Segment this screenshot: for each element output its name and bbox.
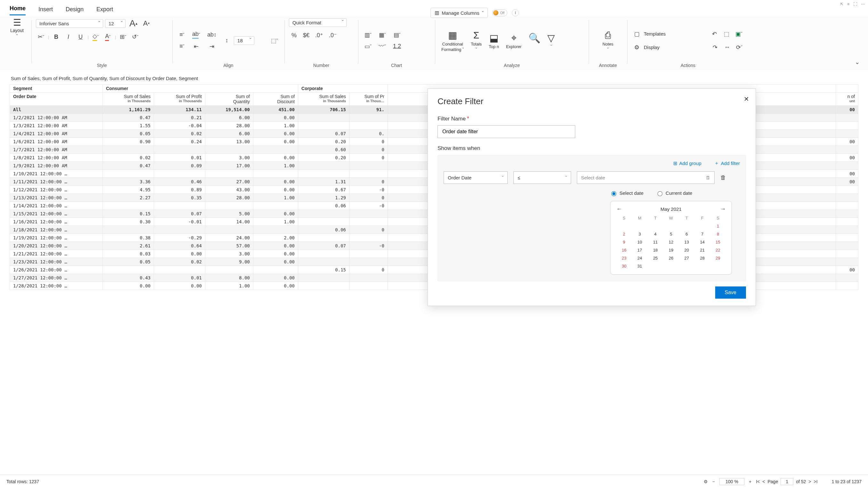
cal-day[interactable]: 17 [632,248,648,252]
cell[interactable]: 8.00 [205,274,253,282]
borders-button[interactable]: ⊞ˇ [118,32,128,42]
cal-day[interactable]: 15 [710,240,726,244]
cell[interactable]: 0 [349,138,388,146]
cell[interactable]: 0.02 [154,258,205,266]
percent-icon[interactable]: % [289,30,299,40]
win-filter-icon[interactable]: ≡ [847,2,849,6]
cell[interactable] [349,274,388,282]
cell[interactable]: 00 [836,170,858,178]
settings-icon[interactable]: ⚙ [704,479,708,484]
cell[interactable] [298,122,349,130]
tab-insert[interactable]: Insert [38,3,53,16]
cell[interactable] [836,282,858,290]
cell[interactable] [103,146,154,154]
date-cell[interactable]: 1/11/2021 12:00:00 … [10,178,103,186]
cell[interactable]: 0 [349,146,388,154]
cell[interactable]: -0 [349,202,388,210]
cell[interactable]: 28.00 [205,122,253,130]
date-cell[interactable]: 1/16/2021 12:00:00 … [10,218,103,226]
cell[interactable] [253,266,298,274]
cell[interactable]: 0.00 [253,178,298,186]
cell[interactable] [836,122,858,130]
cell[interactable]: 1.00 [253,194,298,202]
col-sales-consumer[interactable]: Sum of Salesin Thousands [103,93,154,106]
cell[interactable] [836,202,858,210]
cell[interactable] [349,218,388,226]
cell[interactable]: 1.55 [103,122,154,130]
cell[interactable]: 0.90 [103,138,154,146]
cell[interactable]: 0.00 [154,282,205,290]
header-orient-icon[interactable]: ab↕ [205,30,218,40]
first-page-button[interactable]: I< [756,479,760,484]
segment-consumer-header[interactable]: Consumer [103,85,298,93]
cell[interactable]: 3.00 [205,154,253,162]
cell[interactable] [349,114,388,122]
cell[interactable]: 0.01 [154,274,205,282]
cell[interactable]: 13.00 [205,138,253,146]
cell[interactable] [349,162,388,170]
cell[interactable]: 28.00 [205,194,253,202]
cell[interactable]: 0.09 [154,162,205,170]
cell[interactable]: 5.00 [205,210,253,218]
cell[interactable]: 0.00 [253,250,298,258]
win-more-icon[interactable]: ⋯ [861,2,865,6]
cell[interactable]: 17.00 [205,162,253,170]
cal-day[interactable]: 5 [663,232,679,237]
cell[interactable]: 0.00 [154,250,205,258]
totals-button[interactable]: Σ Totals ˇ [469,29,484,52]
halign-button[interactable]: ≡ˇ [177,41,187,52]
date-cell[interactable]: 1/19/2021 12:00:00 … [10,234,103,242]
display-icon[interactable]: ⚙ [631,42,642,53]
quick-format-select[interactable]: Quick Format [289,18,346,27]
cell[interactable]: 1.00 [205,282,253,290]
cal-day[interactable]: 13 [679,240,694,244]
col-partial[interactable]: n ofunt [836,93,858,106]
cell[interactable]: 43.00 [205,186,253,194]
cell[interactable]: 0.00 [253,114,298,122]
cell[interactable]: -0 [349,242,388,250]
cell[interactable] [298,210,349,218]
filter-button[interactable]: ▽ ˇ [546,32,557,49]
cell[interactable] [298,114,349,122]
cal-day[interactable]: 2 [616,232,632,237]
cell[interactable]: 0.60 [298,146,349,154]
date-cell[interactable]: 1/21/2021 12:00:00 … [10,250,103,258]
cell[interactable] [103,266,154,274]
cell[interactable]: 0 [349,226,388,234]
cal-day[interactable]: 10 [632,240,648,244]
cell[interactable] [253,146,298,154]
cell[interactable]: 0. [349,130,388,138]
date-cell[interactable]: 1/15/2021 12:00:00 … [10,210,103,218]
date-cell[interactable]: 1/23/2021 12:00:00 … [10,258,103,266]
display-label[interactable]: Display [644,44,659,50]
chart-sparkbar-icon[interactable]: ▭ˇ [363,41,373,52]
cal-day[interactable]: 9 [616,240,632,244]
cell[interactable] [836,114,858,122]
cell[interactable] [154,146,205,154]
segment-corporate-header[interactable]: Corporate [298,85,388,93]
underline-button[interactable]: U [75,32,86,42]
cal-day[interactable]: 11 [648,240,663,244]
cell[interactable] [836,210,858,218]
cell[interactable] [103,226,154,234]
fit-width-icon[interactable]: ⬚ˇ [269,36,280,46]
cell[interactable] [205,202,253,210]
cell[interactable]: 0.00 [253,258,298,266]
prev-page-button[interactable]: < [762,479,765,484]
cell[interactable]: 1.31 [298,178,349,186]
cell[interactable] [205,266,253,274]
decrease-decimal-icon[interactable]: .0⁻ [327,30,339,40]
cell[interactable]: 0.01 [154,154,205,162]
cal-day[interactable]: 23 [616,256,632,261]
cell[interactable]: 27.00 [205,178,253,186]
orderdate-header[interactable]: Order Date [10,93,103,106]
chart-line-icon[interactable]: 〰ˇ [377,41,388,52]
autofit-icon[interactable]: ↔ [722,42,732,53]
cell[interactable]: 0.67 [298,186,349,194]
cell[interactable]: 14.00 [205,218,253,226]
cell[interactable]: 0.21 [154,114,205,122]
tab-design[interactable]: Design [66,3,84,16]
cell[interactable]: 706.15 [298,106,349,114]
cell[interactable] [836,194,858,202]
cell[interactable] [298,162,349,170]
